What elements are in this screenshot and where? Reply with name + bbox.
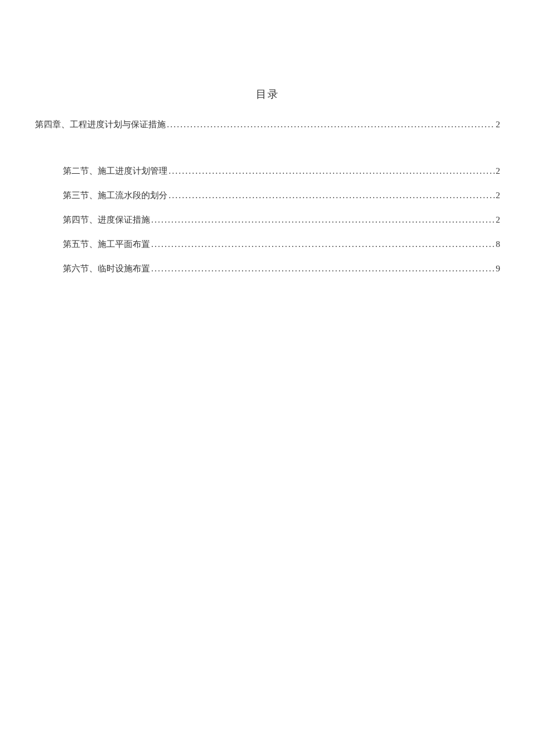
toc-section-page: 9 — [495, 261, 501, 275]
toc-section-entry: 第三节、施工流水段的划分 2 — [35, 188, 500, 203]
toc-leader — [150, 261, 495, 275]
toc-section-page: 2 — [495, 213, 501, 227]
toc-section-entry: 第六节、临时设施布置 9 — [35, 261, 500, 277]
toc-section-label: 第四节、进度保证措施 — [63, 213, 150, 227]
toc-section-page: 2 — [495, 188, 501, 202]
toc-leader — [150, 237, 495, 251]
toc-section-page: 8 — [495, 237, 501, 251]
toc-section-label: 第三节、施工流水段的划分 — [63, 188, 167, 202]
toc-section-entry: 第二节、施工进度计划管理 2 — [35, 164, 500, 179]
toc-section-page: 2 — [495, 164, 501, 178]
toc-leader — [167, 164, 495, 178]
toc-section-label: 第五节、施工平面布置 — [63, 237, 150, 251]
toc-section-entry: 第五节、施工平面布置 8 — [35, 237, 500, 252]
toc-section-entry: 第四节、进度保证措施 2 — [35, 213, 500, 228]
toc-chapter-page: 2 — [495, 117, 501, 131]
toc-section-label: 第六节、临时设施布置 — [63, 261, 150, 275]
toc-chapter-entry: 第四章、工程进度计划与保证措施 2 — [35, 117, 500, 132]
toc-section-label: 第二节、施工进度计划管理 — [63, 164, 167, 178]
toc-title: 目录 — [35, 87, 500, 101]
toc-spacer — [35, 142, 500, 164]
toc-leader — [166, 117, 495, 131]
toc-chapter-label: 第四章、工程进度计划与保证措施 — [35, 117, 166, 131]
toc-leader — [150, 213, 495, 227]
toc-leader — [167, 188, 495, 202]
